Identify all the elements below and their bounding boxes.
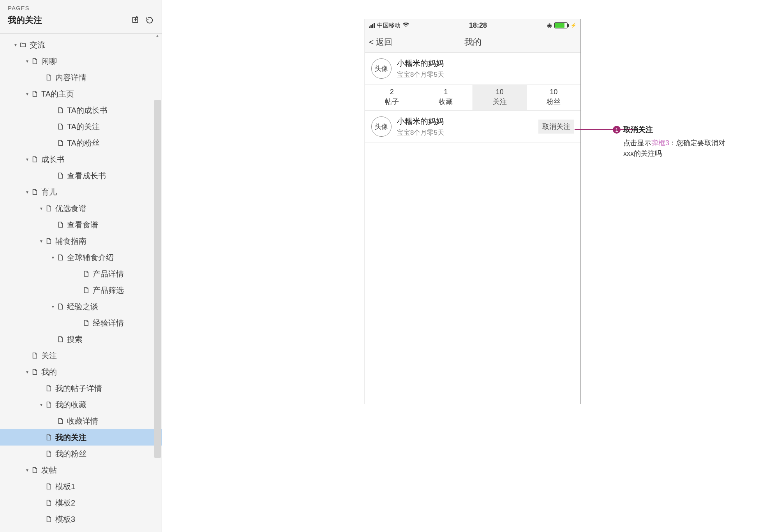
annotation-link[interactable]: 弹框3 [651, 139, 669, 147]
tree-item[interactable]: 收藏详情 [0, 413, 162, 429]
tree-item[interactable]: 搜索 [0, 331, 162, 347]
tree-item[interactable]: 经验详情 [0, 315, 162, 331]
chevron-down-icon[interactable]: ▼ [39, 402, 44, 407]
tree-item[interactable]: ▼成长书 [0, 151, 162, 167]
stat-tab[interactable]: 2帖子 [365, 85, 419, 110]
chevron-down-icon[interactable]: ▼ [39, 239, 44, 243]
chevron-down-icon[interactable]: ▼ [25, 92, 30, 96]
tree-item[interactable]: ▼全球辅食介绍 [0, 249, 162, 266]
stat-tab[interactable]: 10关注 [473, 85, 527, 110]
tree-item[interactable]: ▼我的 [0, 364, 162, 380]
avatar[interactable]: 头像 [371, 58, 392, 79]
tree-item-label: TA的成长书 [67, 105, 162, 116]
current-page-row: 我的关注 [8, 14, 154, 26]
tree-item[interactable]: ▼闲聊 [0, 53, 162, 69]
tree-item[interactable]: 产品详情 [0, 266, 162, 282]
stat-tab[interactable]: 10粉丝 [527, 85, 581, 110]
tree-item-label: 模板3 [55, 514, 162, 525]
tree-item-label: 查看食谱 [67, 220, 162, 230]
page-icon [45, 401, 52, 408]
tree-item-label: 优选食谱 [55, 203, 162, 214]
page-icon [45, 385, 52, 392]
tree-item[interactable]: ▼经验之谈 [0, 298, 162, 315]
wifi-icon [403, 22, 409, 28]
profile-info: 小糯米的妈妈 宝宝8个月零5天 [397, 58, 574, 79]
sync-icon: ◉ [547, 22, 552, 29]
page-icon [83, 287, 90, 294]
header-icons [131, 16, 154, 25]
chevron-down-icon[interactable]: ▼ [51, 304, 55, 309]
chevron-down-icon[interactable]: ▼ [25, 157, 30, 162]
page-icon [83, 270, 90, 277]
tree-item[interactable]: 关注 [0, 347, 162, 364]
tree-item[interactable]: 模板3 [0, 511, 162, 527]
profile-sub: 宝宝8个月零5天 [397, 70, 574, 79]
tree-item[interactable]: 我的关注 [0, 429, 162, 446]
scrollbar-thumb[interactable] [154, 100, 161, 458]
tree-item[interactable]: 我的粉丝 [0, 446, 162, 462]
tree-item[interactable]: 查看食谱 [0, 217, 162, 233]
tree-item[interactable]: 模板1 [0, 478, 162, 495]
tree-item-label: 我的 [41, 367, 162, 377]
annotation-desc-prefix: 点击显示 [623, 139, 651, 147]
tree-item-label: 闲聊 [41, 56, 162, 67]
unfollow-button[interactable]: 取消关注 [538, 120, 574, 134]
tree-item[interactable]: 内容详情 [0, 69, 162, 86]
tree-item-label: 模板1 [55, 481, 162, 492]
tree-item[interactable]: 模板2 [0, 495, 162, 511]
tree-item-label: 模板2 [55, 498, 162, 508]
stat-label: 帖子 [365, 97, 419, 106]
signal-icon [369, 23, 375, 28]
stat-label: 粉丝 [527, 97, 581, 106]
stat-tab[interactable]: 1收藏 [419, 85, 473, 110]
stats-row: 2帖子1收藏10关注10粉丝 [365, 85, 580, 111]
tree-item-label: 收藏详情 [67, 416, 162, 426]
tree-item[interactable]: ▼我的收藏 [0, 396, 162, 413]
page-icon [57, 139, 64, 146]
chevron-down-icon[interactable]: ▼ [25, 468, 30, 472]
scroll-up-icon[interactable]: ▲ [155, 33, 159, 37]
tree-item[interactable]: TA的粉丝 [0, 135, 162, 151]
tree-item[interactable]: 我的帖子详情 [0, 380, 162, 396]
chevron-down-icon[interactable]: ▼ [25, 190, 30, 194]
tree-item[interactable]: 产品筛选 [0, 282, 162, 298]
chevron-down-icon[interactable]: ▼ [25, 59, 30, 63]
follow-name: 小糯米的妈妈 [397, 116, 538, 127]
annotation-badge: 1 [613, 126, 621, 134]
page-icon [57, 172, 64, 179]
tree-item[interactable]: ▼辅食指南 [0, 233, 162, 249]
chevron-down-icon[interactable]: ▼ [51, 255, 55, 260]
refresh-icon[interactable] [145, 16, 154, 25]
follow-info: 小糯米的妈妈 宝宝8个月零5天 [397, 116, 538, 137]
canvas: 中国移动 18:28 ◉ ⚡ < 返回 我的 头像 小糯米的妈妈 [162, 0, 776, 532]
tree-item-label: 交流 [30, 40, 162, 50]
page-icon [57, 123, 64, 130]
back-button[interactable]: < 返回 [369, 37, 392, 48]
page-icon [57, 107, 64, 114]
tree-item[interactable]: ▼TA的主页 [0, 86, 162, 102]
tree-item[interactable]: TA的关注 [0, 118, 162, 135]
carrier-label: 中国移动 [377, 22, 400, 29]
status-time: 18:28 [469, 21, 487, 30]
page-tree[interactable]: ▲ ▼交流▼闲聊内容详情▼TA的主页TA的成长书TA的关注TA的粉丝▼成长书查看… [0, 33, 162, 532]
tree-item[interactable]: 查看成长书 [0, 167, 162, 184]
tree-item-label: 我的帖子详情 [55, 383, 162, 394]
avatar[interactable]: 头像 [371, 116, 392, 137]
chevron-down-icon[interactable]: ▼ [13, 42, 18, 47]
phone-mockup: 中国移动 18:28 ◉ ⚡ < 返回 我的 头像 小糯米的妈妈 [365, 19, 581, 404]
tree-item[interactable]: ▼交流 [0, 37, 162, 53]
tree-item[interactable]: ▼优选食谱 [0, 200, 162, 217]
chevron-down-icon[interactable]: ▼ [25, 370, 30, 374]
tree-item[interactable]: ▼育儿 [0, 184, 162, 200]
tree-item[interactable]: ▼发帖 [0, 462, 162, 478]
status-bar: 中国移动 18:28 ◉ ⚡ [365, 19, 580, 32]
export-icon[interactable] [131, 16, 140, 25]
chevron-down-icon[interactable]: ▼ [39, 206, 44, 211]
page-icon [83, 319, 90, 326]
tree-item[interactable]: TA的成长书 [0, 102, 162, 118]
tree-item-label: 关注 [41, 351, 162, 361]
tree-item-label: 我的收藏 [55, 400, 162, 410]
page-icon [45, 483, 52, 490]
tree-item-label: 我的粉丝 [55, 449, 162, 459]
annotation-desc: 点击显示弹框3：您确定要取消对xxx的关注吗 [623, 138, 732, 159]
